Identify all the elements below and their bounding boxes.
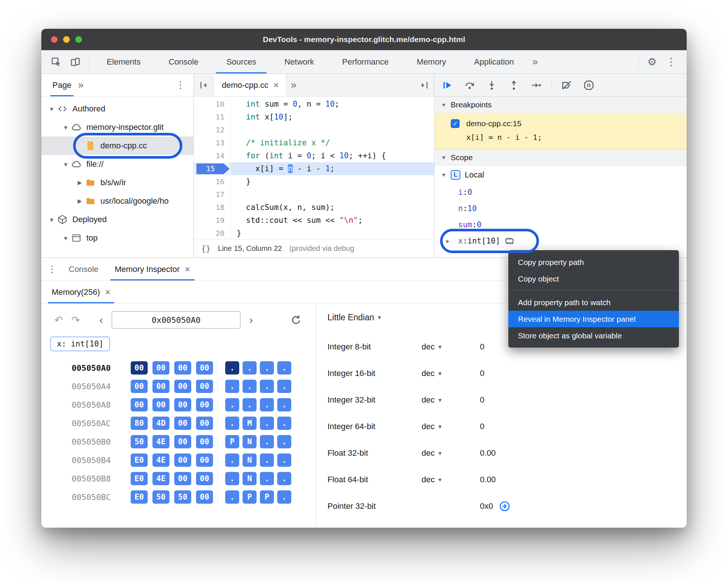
ascii-cell[interactable]: . [277,361,291,375]
byte-cell[interactable]: 00 [152,398,169,411]
more-navigator-tabs-icon[interactable]: » [73,74,88,96]
tree-item-top[interactable]: ▼top [41,229,193,247]
byte-cell[interactable]: 00 [174,380,191,393]
tab-performance[interactable]: Performance [328,50,403,73]
close-window-button[interactable] [51,36,58,43]
menu-item-copy-object[interactable]: Copy object [508,270,679,287]
byte-cell[interactable]: 00 [152,380,169,393]
tab-console[interactable]: Console [155,50,213,73]
line-number[interactable]: 20 [194,227,231,239]
ascii-cell[interactable]: . [260,361,274,375]
ascii-cell[interactable]: . [243,398,257,411]
breakpoints-section-header[interactable]: ▼ Breakpoints [435,97,687,113]
address-input[interactable] [111,311,241,329]
menu-item-store-object-as-global-variable[interactable]: Store object as global variable [508,327,679,344]
endianness-select[interactable]: Little Endian ▾ [327,313,381,322]
code-text[interactable]: } [231,175,434,188]
byte-cell[interactable]: 00 [174,361,191,375]
code-text[interactable]: int sum = 0, n = 10; [231,98,434,111]
ascii-cell[interactable]: . [243,361,257,375]
breakpoint-checkbox[interactable]: ✓ [451,119,460,128]
tree-item-deployed[interactable]: ▼Deployed [41,210,193,229]
expanded-disclosure-icon[interactable]: ▼ [61,124,71,131]
scope-section-header[interactable]: ▼ Scope [435,149,687,166]
close-tab-icon[interactable]: × [185,264,190,275]
code-text[interactable]: std::cout << sum << "\n"; [231,214,434,227]
byte-cell[interactable]: E0 [131,472,148,485]
tab-memory-inspector[interactable]: Memory Inspector× [107,258,198,280]
line-number[interactable]: 16 [194,175,231,188]
byte-cell[interactable]: 00 [196,380,213,393]
ascii-cell[interactable]: . [277,472,291,485]
code-area[interactable]: 10 int sum = 0, n = 10;11 int x[10];1213… [194,97,434,239]
tree-item-authored[interactable]: ▼Authored [41,100,193,118]
code-text[interactable]: calcSum(x, n, sum); [231,201,434,214]
tab-console[interactable]: Console [61,258,107,280]
refresh-icon[interactable] [290,314,302,326]
byte-cell[interactable]: 4E [152,453,169,467]
code-text[interactable]: for (int i = 0; i < 10; ++i) { [231,149,434,162]
scope-local-group[interactable]: ▼LLocal [435,166,687,184]
byte-cell[interactable]: 00 [131,361,148,375]
line-number[interactable]: 17 [194,188,231,201]
byte-cell[interactable]: 00 [196,472,213,485]
settings-gear-icon[interactable]: ⚙ [642,50,662,73]
tab-application[interactable]: Application [460,50,528,73]
ascii-cell[interactable]: . [225,417,239,430]
byte-cell[interactable]: 4D [152,417,169,430]
expanded-disclosure-icon[interactable]: ▼ [61,235,71,241]
ascii-cell[interactable]: . [225,380,239,393]
step-out-button[interactable] [505,77,522,94]
code-text[interactable] [231,188,434,201]
step-over-button[interactable] [461,77,478,94]
ascii-cell[interactable]: . [277,398,291,411]
tab-elements[interactable]: Elements [93,50,155,73]
ascii-cell[interactable]: . [260,453,274,467]
scope-var-n[interactable]: n: 10 [435,200,687,217]
ascii-cell[interactable]: P [260,490,274,504]
line-number[interactable]: 14 [194,149,231,162]
ascii-cell[interactable]: . [277,490,291,504]
code-text[interactable]: int x[10]; [231,111,434,124]
expanded-disclosure-icon[interactable]: ▼ [47,217,57,223]
byte-cell[interactable]: 00 [174,417,191,430]
breakpoint-marker[interactable]: 15 [196,163,230,174]
resume-button[interactable] [439,77,456,94]
close-memory-tab-icon[interactable]: × [105,287,110,297]
code-text[interactable]: x[i] = n - i - 1; [231,162,434,175]
menu-item-add-property-path-to-watch[interactable]: Add property path to watch [508,294,679,311]
line-number[interactable]: 10 [194,98,231,111]
byte-cell[interactable]: 50 [152,490,169,504]
format-select[interactable]: dec▾ [422,395,480,405]
ascii-cell[interactable]: . [225,490,239,504]
expanded-disclosure-icon[interactable]: ▼ [61,161,71,168]
tab-memory[interactable]: Memory [403,50,460,73]
next-page-icon[interactable]: › [244,314,258,326]
chevron-right-icon[interactable]: ▶ [446,238,454,244]
highlight-chip-x[interactable]: x: int[10] [50,337,110,351]
menu-item-reveal-in-memory-inspector-panel[interactable]: Reveal in Memory Inspector panel [508,311,679,327]
more-editor-tabs-icon[interactable]: » [286,74,301,96]
ascii-cell[interactable]: . [260,472,274,485]
history-back-icon[interactable]: ↶ [50,314,67,326]
ascii-cell[interactable]: . [260,417,274,430]
byte-cell[interactable]: 50 [131,435,148,448]
line-number[interactable]: 13 [194,137,231,149]
main-menu-kebab-icon[interactable]: ⋮ [662,50,681,73]
ascii-cell[interactable]: . [243,380,257,393]
byte-cell[interactable]: 00 [196,417,213,430]
byte-cell[interactable]: 00 [196,490,213,504]
previous-page-icon[interactable]: ‹ [94,314,109,326]
ascii-cell[interactable]: . [225,472,239,485]
zoom-window-button[interactable] [75,36,82,43]
ascii-cell[interactable]: N [243,472,257,485]
minimize-window-button[interactable] [63,36,70,43]
tab-page[interactable]: Page [50,74,73,96]
byte-cell[interactable]: 00 [174,453,191,467]
tree-item-file[interactable]: ▼file:// [41,155,193,173]
ascii-cell[interactable]: P [243,490,257,504]
expand-debugger-icon[interactable] [413,74,434,96]
byte-cell[interactable]: 00 [174,472,191,485]
ascii-cell[interactable]: P [225,435,239,448]
byte-cell[interactable]: 4E [152,472,169,485]
